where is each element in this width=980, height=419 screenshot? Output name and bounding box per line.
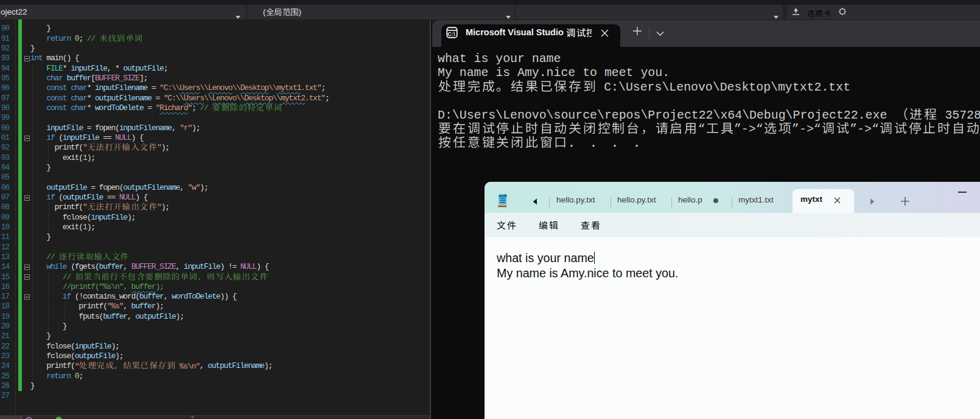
svg-text:C:\: C:\ xyxy=(447,31,455,37)
